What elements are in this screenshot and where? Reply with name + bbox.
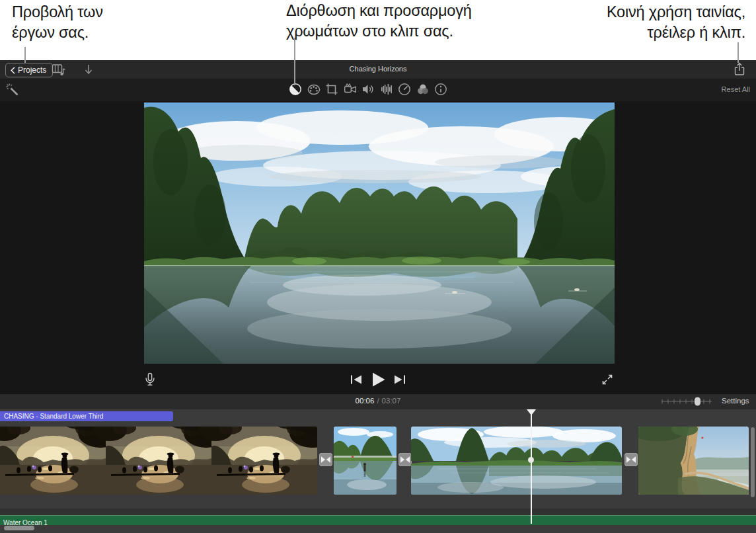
current-time: 00:06 [356, 397, 375, 405]
color-balance-icon[interactable] [288, 82, 303, 97]
title-clip-lower-third[interactable]: CHASING - Standard Lower Third [0, 411, 173, 421]
transport-controls [350, 371, 406, 388]
color-correction-icon[interactable] [307, 82, 321, 97]
total-time: 03:07 [382, 397, 401, 405]
timeline-zoom-slider[interactable] [660, 396, 714, 407]
time-separator: / [377, 397, 379, 405]
callout-line-color [294, 38, 295, 85]
settings-button[interactable]: Settings [722, 397, 749, 405]
callout-line-projects [24, 47, 26, 63]
callout-color-line1: Διόρθωση και προσαρμογή [286, 1, 472, 21]
callout-line-share [737, 42, 739, 63]
timeline-track-divider [0, 509, 756, 515]
timeline-clip-1-sunset[interactable] [0, 427, 317, 495]
speed-icon[interactable] [397, 82, 412, 97]
time-display: 00:06/03:07 [0, 397, 756, 405]
microphone-icon[interactable] [143, 372, 157, 387]
playhead-dot[interactable] [528, 457, 534, 463]
callout-share-line2: τρέιλερ ή κλιπ. [607, 22, 745, 43]
clip-filter-icon[interactable] [416, 82, 430, 97]
timeline-clip-2-valley[interactable] [334, 427, 397, 495]
play-icon[interactable] [369, 371, 387, 388]
transition-icon-2[interactable] [398, 453, 412, 466]
timeline-clip-3-karst-lake[interactable] [411, 427, 622, 495]
callout-projects-line2: έργων σας. [12, 22, 103, 43]
noise-reduction-icon[interactable] [379, 82, 394, 97]
vertical-scrollbar[interactable] [751, 427, 755, 497]
reset-all-button[interactable]: Reset All [722, 85, 750, 93]
volume-icon[interactable] [361, 82, 375, 97]
callout-projects-line1: Προβολή των [12, 2, 103, 22]
skip-back-icon[interactable] [350, 374, 362, 386]
stabilization-icon[interactable] [343, 82, 358, 97]
transition-icon-1[interactable] [319, 453, 332, 466]
project-title: Chasing Horizons [0, 65, 756, 73]
video-preview-image [144, 102, 615, 364]
playhead-handle[interactable] [527, 409, 536, 415]
playhead-line[interactable] [531, 409, 532, 524]
imovie-screenshot: Προβολή των έργων σας. Διόρθωση και προσ… [0, 0, 756, 533]
horizontal-scrollbar[interactable] [4, 526, 34, 530]
transition-icon-3[interactable] [624, 453, 638, 466]
crop-icon[interactable] [324, 82, 339, 97]
clip-adjustment-icons [288, 82, 448, 97]
audio-clip-water-ocean[interactable]: Water Ocean 1 [0, 515, 756, 525]
enhance-wand-icon[interactable] [5, 83, 20, 97]
callout-projects: Προβολή των έργων σας. [12, 2, 103, 43]
callout-color: Διόρθωση και προσαρμογή χρωμάτων στο κλι… [286, 1, 472, 42]
timeline-clip-4-cliff[interactable] [638, 427, 749, 495]
callout-share: Κοινή χρήση ταινίας, τρέιλερ ή κλιπ. [607, 2, 745, 43]
share-icon[interactable] [732, 62, 747, 77]
zoom-slider-thumb[interactable] [695, 397, 700, 406]
fullscreen-icon[interactable] [601, 373, 614, 386]
info-icon[interactable] [434, 82, 448, 97]
callout-color-line2: χρωμάτων στο κλιπ σας. [286, 21, 472, 42]
skip-forward-icon[interactable] [394, 374, 406, 386]
callout-share-line1: Κοινή χρήση ταινίας, [607, 2, 745, 22]
